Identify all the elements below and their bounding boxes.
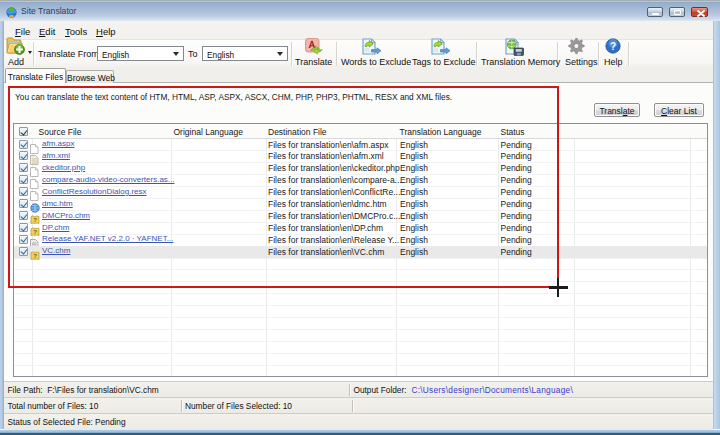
svg-text:?: ? <box>610 41 616 52</box>
